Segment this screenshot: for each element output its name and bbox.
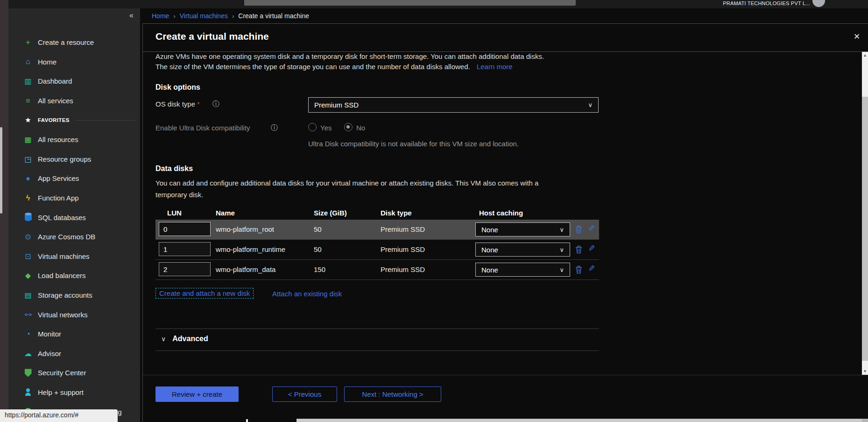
breadcrumb-home-link[interactable]: Home <box>152 12 169 20</box>
shield-icon <box>22 369 34 377</box>
sidebar-item-dashboard[interactable]: ▥ Dashboard <box>8 72 140 91</box>
vertical-scrollbar-thumb[interactable] <box>862 97 868 361</box>
info-icon[interactable]: ⓘ <box>212 100 219 108</box>
info-icon[interactable]: ⓘ <box>271 123 278 132</box>
disk-name: wmo-platform_runtime <box>216 240 285 259</box>
sidebar-item-label: Advisor <box>38 350 61 358</box>
azure-portal-window: PRAMATI TECHNOLOGIES PVT L... « + Create… <box>0 0 868 422</box>
sidebar-item-all-resources[interactable]: ▦ All resources <box>8 130 140 150</box>
disk-name: wmo-platform_root <box>216 220 274 239</box>
ultra-disk-note: Ultra Disk compatibility is not availabl… <box>308 140 519 148</box>
advanced-section-toggle[interactable]: ∨ Advanced <box>161 335 208 343</box>
sidebar-item-create-a-resource[interactable]: + Create a resource <box>8 33 140 52</box>
create-attach-new-disk-link[interactable]: Create and attach a new disk <box>155 288 254 299</box>
os-disk-type-dropdown[interactable]: Premium SSD ∨ <box>308 97 599 113</box>
title-divider <box>142 51 868 52</box>
sidebar-item-security-center[interactable]: Security Center <box>8 363 140 383</box>
scroll-up-icon[interactable]: ▲ <box>862 53 868 57</box>
footer-divider <box>143 375 868 375</box>
trash-icon[interactable] <box>575 245 582 254</box>
sidebar-item-label: Azure Cosmos DB <box>38 233 95 241</box>
sidebar-item-sql-databases[interactable]: SQL databases <box>8 207 140 227</box>
next-networking-button[interactable]: Next : Networking > <box>344 386 441 402</box>
sidebar-item-resource-groups[interactable]: ◳ Resource groups <box>8 150 140 169</box>
breadcrumb-virtual-machines-link[interactable]: Virtual machines <box>180 12 228 20</box>
grid-icon: ▦ <box>22 135 34 144</box>
cube-icon: ◳ <box>22 155 34 164</box>
column-header-size: Size (GiB) <box>314 209 347 217</box>
chevron-down-icon: ∨ <box>559 266 564 273</box>
blade-left-border <box>142 23 143 422</box>
horizontal-scrollbar-end[interactable] <box>862 419 868 422</box>
sidebar-item-app-services[interactable]: ● App Services <box>8 169 140 188</box>
sidebar-item-home[interactable]: ⌂ Home <box>8 52 140 72</box>
edge-scroll-handle[interactable] <box>0 127 2 214</box>
host-caching-dropdown[interactable]: None ∨ <box>475 263 570 277</box>
lun-input[interactable] <box>159 242 211 256</box>
sidebar-item-label: Help + support <box>38 388 84 396</box>
close-icon[interactable]: ✕ <box>854 32 860 42</box>
sidebar-item-load-balancers[interactable]: ◆ Load balancers <box>8 266 140 286</box>
radio-no[interactable] <box>344 123 353 131</box>
horizontal-scrollbar[interactable] <box>296 419 868 422</box>
host-caching-value: None <box>481 266 498 274</box>
divider <box>155 350 599 351</box>
divider <box>155 329 599 329</box>
attach-existing-disk-link[interactable]: Attach an existing disk <box>272 290 342 298</box>
pencil-icon[interactable]: ✎ <box>588 243 595 253</box>
dashboard-icon: ▥ <box>22 77 34 86</box>
sidebar-item-label: Load balancers <box>38 272 86 279</box>
star-icon: ★ <box>22 116 34 124</box>
disk-size: 50 <box>314 240 322 259</box>
sidebar-item-virtual-networks[interactable]: <··> Virtual networks <box>8 305 140 324</box>
radio-yes[interactable] <box>308 123 317 131</box>
pencil-icon[interactable]: ✎ <box>588 223 595 233</box>
lun-input[interactable] <box>159 262 211 276</box>
horizontal-scrollbar-tick <box>246 419 248 422</box>
sidebar-item-help-support[interactable]: Help + support <box>8 383 140 402</box>
database-icon <box>22 214 34 221</box>
host-caching-value: None <box>481 226 498 234</box>
network-icon: <··> <box>22 312 34 317</box>
disk-type: Premium SSD <box>381 240 425 259</box>
sidebar-item-label: SQL databases <box>38 214 86 222</box>
disk-name: wmo-platform_data <box>216 260 275 279</box>
sidebar-item-all-services[interactable]: ≡ All services <box>8 91 140 111</box>
data-disks-heading: Data disks <box>155 165 193 173</box>
sidebar-item-azure-cosmos-db[interactable]: ⊙ Azure Cosmos DB <box>8 227 140 247</box>
host-caching-dropdown[interactable]: None ∨ <box>475 222 570 236</box>
trash-icon[interactable] <box>575 225 582 234</box>
vertical-scrollbar[interactable]: ▲ ▼ <box>862 52 868 375</box>
breadcrumb-current: Create a virtual machine <box>238 12 309 20</box>
sidebar-item-label: Function App <box>38 194 79 202</box>
sidebar-item-label: Virtual networks <box>38 311 87 319</box>
sidebar-item-virtual-machines[interactable]: ⊡ Virtual machines <box>8 247 140 266</box>
lun-input[interactable] <box>159 222 211 236</box>
disk-options-heading: Disk options <box>155 83 200 92</box>
sidebar-item-storage-accounts[interactable]: ▤ Storage accounts <box>8 286 140 305</box>
avatar[interactable] <box>812 0 825 7</box>
host-caching-dropdown[interactable]: None ∨ <box>475 243 570 257</box>
pencil-icon[interactable]: ✎ <box>588 264 595 273</box>
sidebar-item-advisor[interactable]: ☁ Advisor <box>8 344 140 364</box>
trash-icon[interactable] <box>575 265 582 274</box>
column-header-lun: LUN <box>167 209 182 217</box>
scroll-down-icon[interactable]: ▼ <box>862 369 868 373</box>
divider <box>75 120 135 121</box>
sidebar-collapse-icon[interactable]: « <box>129 11 134 20</box>
sidebar-item-function-app[interactable]: ϟ Function App <box>8 188 140 208</box>
table-row: wmo-platform_root 50 Premium SSD None ∨ … <box>155 220 599 239</box>
sidebar-item-monitor[interactable]: ◔ Monitor <box>8 324 140 344</box>
host-caching-value: None <box>481 246 498 254</box>
data-disks-description-2: temporary disk. <box>155 191 204 199</box>
intro-line-2: The size of the VM determines the type o… <box>155 63 513 71</box>
review-create-button[interactable]: Review + create <box>155 386 239 402</box>
search-input[interactable] <box>244 0 576 6</box>
vm-monitor-icon: ⊡ <box>22 252 34 261</box>
sidebar-item-label: Virtual machines <box>38 252 90 260</box>
list-icon: ≡ <box>22 97 34 105</box>
table-row: wmo-platform_data 150 Premium SSD None ∨… <box>155 260 599 279</box>
previous-button[interactable]: < Previous <box>272 386 337 402</box>
learn-more-link[interactable]: Learn more <box>477 63 513 71</box>
page-title: Create a virtual machine <box>155 31 269 42</box>
